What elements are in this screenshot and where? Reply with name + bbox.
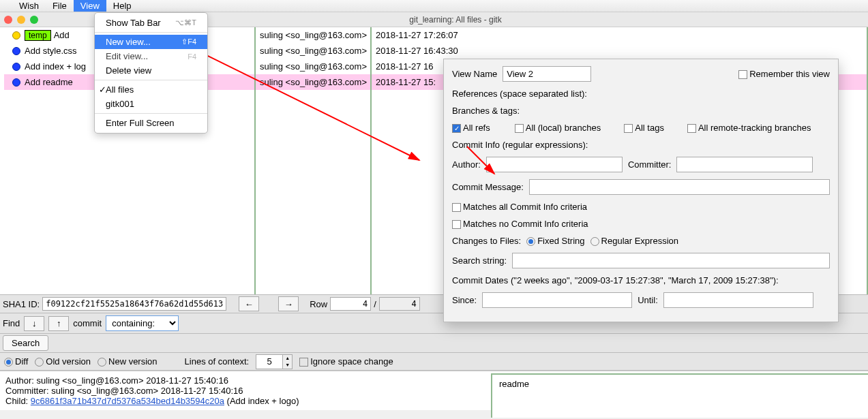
since-label: Since: [452, 295, 477, 305]
since-input[interactable] [482, 292, 632, 308]
new-version-radio[interactable]: New version [98, 356, 158, 367]
date-cell: 2018-11-27 16:43:30 [372, 43, 867, 59]
lines-of-context-label: Lines of context: [185, 356, 250, 367]
row-current-input[interactable] [330, 297, 371, 311]
references-header: References (space separated list): [452, 89, 587, 99]
until-label: Until: [638, 295, 658, 305]
committer-filter-input[interactable] [676, 157, 813, 172]
remember-view-checkbox[interactable]: Remember this view [738, 69, 830, 79]
diff-radio[interactable]: Diff [4, 356, 28, 367]
fixed-string-radio[interactable]: Fixed String [526, 236, 584, 246]
commit-dot-icon [12, 63, 20, 71]
commit-dot-icon [12, 31, 20, 40]
regex-radio[interactable]: Regular Expression [590, 236, 678, 246]
author-cell: suling <so_ling@163.com> [256, 27, 370, 43]
view-name-input[interactable] [503, 66, 591, 82]
menu-help[interactable]: Help [106, 0, 138, 12]
all-refs-checkbox[interactable]: All refs [452, 123, 490, 133]
search-string-label: Search string: [452, 255, 507, 266]
changes-to-files-label: Changes to Files: [452, 236, 521, 246]
author-filter-input[interactable] [486, 157, 623, 172]
minimize-icon[interactable] [17, 16, 25, 24]
menu-enter-fullscreen[interactable]: Enter Full Screen [95, 116, 207, 130]
menu-gitk001[interactable]: gitk001 [95, 97, 207, 111]
sha-label: SHA1 ID: [3, 299, 40, 309]
all-tags-checkbox[interactable]: All tags [624, 123, 664, 133]
author-pane[interactable]: suling <so_ling@163.com> suling <so_ling… [256, 27, 372, 294]
author-cell: suling <so_ling@163.com> [256, 74, 370, 90]
find-next-button[interactable]: ↓ [24, 316, 44, 331]
menu-view[interactable]: View [74, 0, 106, 12]
search-bar: Search [0, 334, 868, 353]
nav-forward-button[interactable]: → [278, 296, 299, 311]
view-name-label: View Name [452, 69, 497, 79]
branches-tags-label: Branches & tags: [452, 106, 520, 116]
menu-all-files[interactable]: All files [95, 82, 207, 97]
menu-edit-view[interactable]: Edit view...F4 [95, 49, 207, 63]
until-input[interactable] [663, 292, 813, 308]
matches-none-checkbox[interactable]: Matches no Commit Info criteria [452, 219, 588, 229]
find-prev-button[interactable]: ↑ [48, 316, 69, 331]
committer-filter-label: Committer: [628, 159, 672, 170]
nav-back-button[interactable]: ← [239, 296, 259, 311]
all-local-branches-checkbox[interactable]: All (local) branches [515, 123, 601, 133]
menu-new-view[interactable]: New view...⇧F4 [95, 35, 207, 49]
old-version-radio[interactable]: Old version [35, 356, 91, 367]
ignore-space-checkbox[interactable]: Ignore space change [299, 356, 393, 367]
menu-delete-view[interactable]: Delete view [95, 63, 207, 78]
lines-of-context-stepper[interactable]: ▲▼ [256, 354, 293, 369]
child-sha-link[interactable]: 9c6861f3a71b437d7d5376a534bed14b3594c20a [31, 396, 224, 406]
find-mode: commit [73, 318, 102, 328]
branch-tag[interactable]: temp [25, 30, 51, 41]
new-view-dialog: View Name Remember this view References … [443, 59, 839, 322]
matches-all-checkbox[interactable]: Matches all Commit Info criteria [452, 202, 587, 212]
search-button[interactable]: Search [3, 335, 48, 351]
commit-info-header: Commit Info (regular expressions): [452, 140, 588, 150]
menu-show-tab-bar[interactable]: Show Tab Bar⌥⌘T [95, 16, 207, 30]
view-menu-dropdown: Show Tab Bar⌥⌘T New view...⇧F4 Edit view… [94, 12, 208, 134]
close-icon[interactable] [4, 16, 12, 24]
file-list-panel[interactable]: readme [491, 373, 868, 418]
mac-menubar: Wish File View Help [0, 0, 868, 12]
row-total-input [379, 297, 420, 311]
commit-message-label: Commit Message: [452, 182, 524, 192]
row-label: Row [310, 299, 327, 309]
author-filter-label: Author: [452, 159, 481, 170]
zoom-icon[interactable] [30, 16, 38, 24]
sha-input[interactable] [42, 297, 226, 311]
menu-file[interactable]: File [46, 0, 74, 12]
menu-app[interactable]: Wish [12, 0, 46, 12]
commit-message-input[interactable] [529, 179, 830, 195]
commit-dot-icon [12, 78, 20, 87]
find-label: Find [3, 318, 20, 328]
author-cell: suling <so_ling@163.com> [256, 59, 370, 74]
commit-dot-icon [12, 47, 20, 55]
author-cell: suling <so_ling@163.com> [256, 43, 370, 59]
date-cell: 2018-11-27 17:26:07 [372, 27, 867, 43]
commit-dates-header: Commit Dates ("2 weeks ago", "2009-03-17… [452, 275, 779, 285]
find-how-select[interactable]: containing: [106, 315, 179, 331]
all-remote-tracking-checkbox[interactable]: All remote-tracking branches [687, 123, 811, 133]
search-string-input[interactable] [512, 253, 830, 268]
file-item[interactable]: readme [499, 379, 861, 389]
diff-options-bar: Diff Old version New version Lines of co… [0, 353, 868, 371]
